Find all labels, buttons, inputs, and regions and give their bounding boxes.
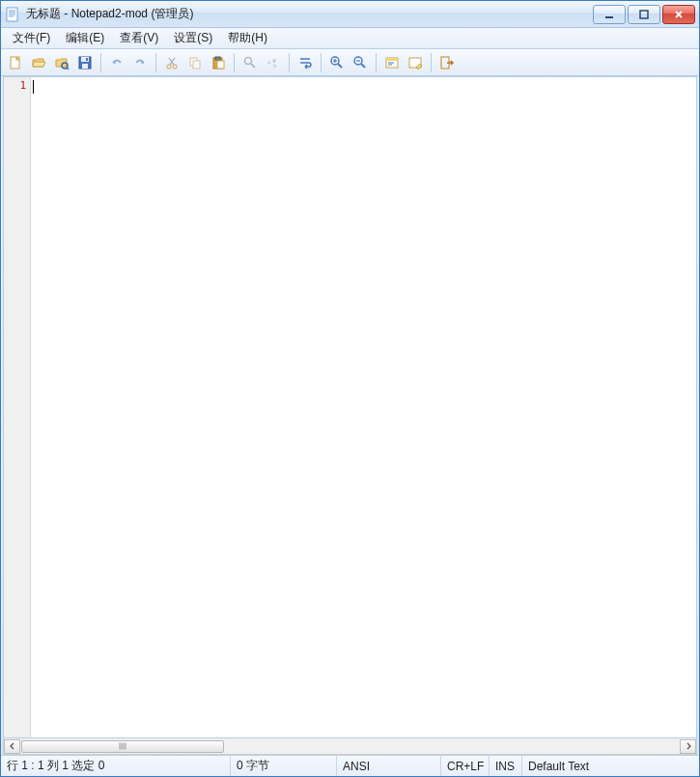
svg-rect-22 (217, 61, 224, 69)
svg-point-15 (173, 65, 177, 69)
wordwrap-button[interactable] (294, 52, 316, 73)
exit-button[interactable] (436, 52, 458, 73)
status-encoding[interactable]: ANSI (337, 756, 441, 776)
menubar: 文件(F) 编辑(E) 查看(V) 设置(S) 帮助(H) (1, 28, 699, 49)
scroll-left-arrow[interactable] (4, 739, 20, 754)
scroll-thumb[interactable] (21, 740, 224, 753)
status-scheme[interactable]: Default Text (522, 756, 699, 776)
browse-button[interactable] (51, 52, 72, 73)
toolbar-separator (100, 53, 101, 72)
text-editor[interactable] (31, 77, 696, 737)
find-button[interactable] (239, 52, 261, 73)
svg-rect-6 (640, 11, 648, 18)
status-insert-mode[interactable]: INS (490, 756, 522, 776)
app-window: 无标题 - Notepad2-mod (管理员) 文件(F) 编辑(E) 查看(… (0, 0, 700, 777)
toolbar: ab (1, 49, 699, 76)
svg-text:b: b (273, 62, 277, 69)
redo-button[interactable] (129, 52, 151, 73)
svg-rect-21 (215, 57, 220, 60)
zoom-out-button[interactable] (350, 52, 371, 73)
editor-area: 1 (3, 76, 697, 738)
new-file-button[interactable] (5, 52, 26, 73)
window-controls (593, 5, 695, 24)
cut-button[interactable] (161, 52, 182, 73)
svg-rect-12 (82, 64, 88, 69)
toolbar-separator (321, 53, 322, 72)
svg-rect-5 (605, 16, 613, 18)
replace-button[interactable]: ab (263, 52, 284, 73)
scroll-track[interactable] (20, 739, 680, 754)
save-button[interactable] (74, 52, 96, 73)
toolbar-separator (289, 53, 290, 72)
toolbar-separator (376, 53, 377, 72)
statusbar: 行 1 : 1 列 1 选定 0 0 字节 ANSI CR+LF INS Def… (1, 755, 699, 776)
svg-point-23 (245, 57, 252, 64)
menu-help[interactable]: 帮助(H) (220, 28, 275, 48)
close-button[interactable] (662, 5, 695, 24)
maximize-button[interactable] (628, 5, 660, 24)
copy-button[interactable] (184, 52, 206, 73)
menu-settings[interactable]: 设置(S) (166, 28, 220, 48)
window-title: 无标题 - Notepad2-mod (管理员) (26, 6, 593, 22)
menu-file[interactable]: 文件(F) (5, 28, 58, 48)
open-file-button[interactable] (28, 52, 49, 73)
svg-line-9 (67, 68, 69, 69)
customize-button[interactable] (405, 52, 426, 73)
svg-line-24 (251, 64, 255, 68)
scheme-button[interactable] (381, 52, 403, 73)
toolbar-separator (155, 53, 156, 72)
svg-text:a: a (267, 58, 271, 66)
horizontal-scrollbar[interactable] (3, 738, 697, 755)
text-caret (33, 80, 34, 94)
status-position[interactable]: 行 1 : 1 列 1 选定 0 (1, 756, 231, 776)
scroll-right-arrow[interactable] (680, 739, 696, 754)
status-bytes[interactable]: 0 字节 (231, 756, 337, 776)
app-icon (5, 7, 20, 22)
menu-edit[interactable]: 编辑(E) (58, 28, 112, 48)
svg-rect-19 (193, 61, 200, 69)
toolbar-separator (234, 53, 235, 72)
svg-rect-37 (386, 58, 398, 61)
titlebar[interactable]: 无标题 - Notepad2-mod (管理员) (1, 1, 699, 28)
undo-button[interactable] (106, 52, 127, 73)
zoom-in-button[interactable] (326, 52, 348, 73)
svg-line-34 (361, 64, 365, 68)
menu-view[interactable]: 查看(V) (112, 28, 166, 48)
svg-point-14 (167, 65, 171, 69)
status-line-ending[interactable]: CR+LF (441, 756, 490, 776)
line-number-gutter: 1 (4, 77, 31, 737)
svg-rect-13 (86, 58, 88, 61)
minimize-button[interactable] (593, 5, 626, 24)
line-number: 1 (4, 79, 26, 92)
toolbar-separator (431, 53, 432, 72)
paste-button[interactable] (208, 52, 229, 73)
svg-line-30 (338, 64, 342, 68)
